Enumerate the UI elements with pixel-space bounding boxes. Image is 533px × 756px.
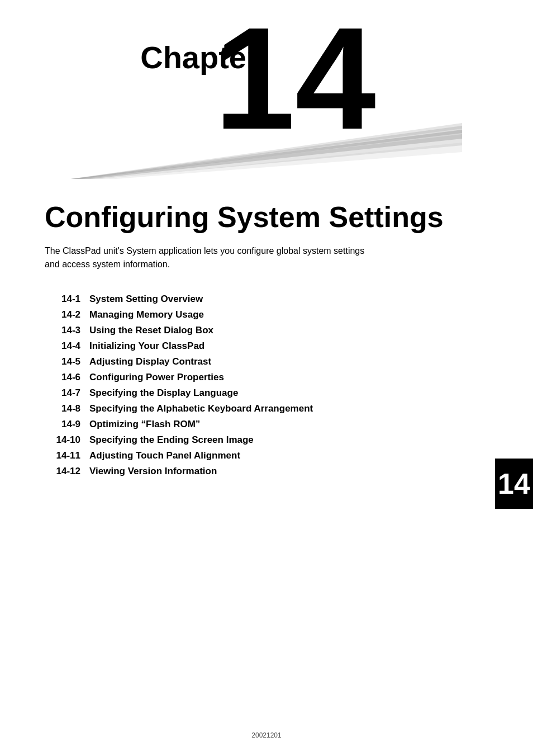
- toc-number: 14-1: [45, 294, 89, 305]
- toc-number: 14-9: [45, 419, 89, 430]
- toc-label: Optimizing “Flash ROM”: [89, 419, 200, 430]
- toc-number: 14-5: [45, 356, 89, 367]
- chapter-title: Configuring System Settings: [45, 201, 488, 233]
- toc-number: 14-8: [45, 403, 89, 414]
- toc-item: 14-6Configuring Power Properties: [45, 372, 488, 383]
- toc-number: 14-12: [45, 466, 89, 477]
- toc-number: 14-11: [45, 450, 89, 461]
- side-tab: 14: [495, 459, 533, 509]
- toc-item: 14-2Managing Memory Usage: [45, 309, 488, 320]
- toc-number: 14-4: [45, 341, 89, 352]
- toc-item: 14-11Adjusting Touch Panel Alignment: [45, 450, 488, 461]
- toc-item: 14-3Using the Reset Dialog Box: [45, 325, 488, 336]
- toc-label: Adjusting Display Contrast: [89, 356, 211, 367]
- footer: 20021201: [251, 731, 281, 739]
- side-tab-number: 14: [498, 469, 530, 498]
- toc-label: Initializing Your ClassPad: [89, 341, 204, 352]
- toc-label: Specifying the Alphabetic Keyboard Arran…: [89, 403, 313, 414]
- toc-item: 14-12Viewing Version Information: [45, 466, 488, 477]
- toc-number: 14-2: [45, 309, 89, 320]
- toc-label: Adjusting Touch Panel Alignment: [89, 450, 240, 461]
- toc-label: System Setting Overview: [89, 294, 203, 305]
- toc-label: Specifying the Ending Screen Image: [89, 434, 254, 446]
- toc-label: Configuring Power Properties: [89, 372, 224, 383]
- toc-item: 14-10Specifying the Ending Screen Image: [45, 434, 488, 446]
- chapter-description: The ClassPad unit's System application l…: [45, 244, 380, 271]
- chapter-number: 14: [215, 6, 376, 151]
- toc-number: 14-7: [45, 388, 89, 399]
- toc-label: Managing Memory Usage: [89, 309, 204, 320]
- page-container: Chapter 14 Configuring System Settings T…: [0, 0, 533, 756]
- toc-item: 14-4Initializing Your ClassPad: [45, 341, 488, 352]
- toc-item: 14-7Specifying the Display Language: [45, 388, 488, 399]
- toc-label: Using the Reset Dialog Box: [89, 325, 213, 336]
- toc-item: 14-5Adjusting Display Contrast: [45, 356, 488, 367]
- toc-item: 14-9Optimizing “Flash ROM”: [45, 419, 488, 430]
- toc-number: 14-10: [45, 434, 89, 446]
- toc-number: 14-3: [45, 325, 89, 336]
- toc-item: 14-8Specifying the Alphabetic Keyboard A…: [45, 403, 488, 414]
- toc-list: 14-1System Setting Overview14-2Managing …: [45, 294, 488, 477]
- main-content: Configuring System Settings The ClassPad…: [0, 179, 533, 515]
- toc-label: Specifying the Display Language: [89, 388, 238, 399]
- toc-label: Viewing Version Information: [89, 466, 217, 477]
- chapter-header: Chapter 14: [0, 0, 533, 179]
- footer-text: 20021201: [251, 731, 281, 739]
- toc-item: 14-1System Setting Overview: [45, 294, 488, 305]
- chapter-number-container: 14: [270, 22, 393, 162]
- toc-number: 14-6: [45, 372, 89, 383]
